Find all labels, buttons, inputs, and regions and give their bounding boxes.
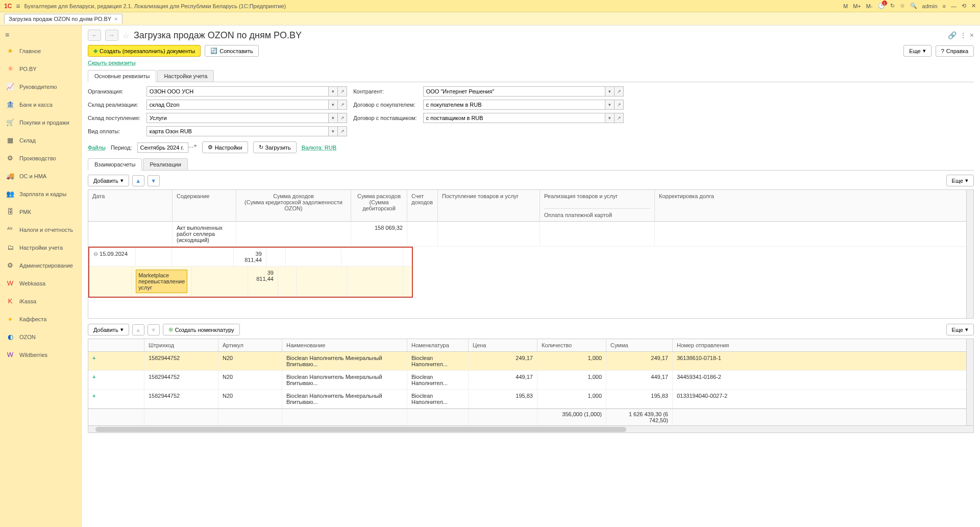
tab-sales[interactable]: Реализации [143,158,187,170]
cell-shipment: 34459341-0186-2 [673,371,973,389]
dropdown-icon[interactable]: ▾ [329,126,338,136]
open-icon[interactable]: ↗ [338,113,347,123]
nav-back-button[interactable]: ← [88,30,101,41]
dropdown-icon[interactable]: ▾ [329,100,338,110]
history-icon[interactable]: ↻ [890,3,895,9]
bell-icon[interactable]: 🕒1 [878,3,885,9]
create-documents-button[interactable]: Создать (перезаполнить) документы [88,45,201,57]
cell-expand[interactable]: + [88,371,144,389]
tab-accounting-settings[interactable]: Настройки учета [157,70,214,82]
open-icon[interactable]: ↗ [338,126,347,136]
sidebar-item-2[interactable]: 📈Руководителю [0,78,81,95]
period-stepper-icon[interactable]: ÷ [194,142,197,153]
sidebar-item-14[interactable]: KiKassa [0,292,81,310]
settlements-row[interactable]: ⊖ 15.09.2024 39 811,44 [89,248,412,267]
settings-bars-icon[interactable]: ≡ [943,3,946,9]
menu-icon[interactable]: ≡ [16,2,20,10]
move-down-button-2[interactable]: ▼ [148,324,160,336]
files-link[interactable]: Файлы [88,145,106,151]
tab-main-requisites[interactable]: Основные реквизиты [88,70,156,82]
sidebar-item-6[interactable]: ⚙Производство [0,149,81,167]
dropdown-icon[interactable]: ▾ [605,113,615,123]
currency-link[interactable]: Валюта: RUB [302,145,336,151]
document-tab[interactable]: Загрузка продаж OZON по дням PO.BY × [4,14,122,23]
user-name[interactable]: admin [922,3,938,9]
sidebar-toggle[interactable]: ≡ [0,28,81,42]
item-row[interactable]: + 1582944752 N20 Bioclean Наполнитель Ми… [88,352,973,371]
sidebar-item-4[interactable]: 🛒Покупки и продажи [0,113,81,131]
move-down-button[interactable]: ▼ [148,175,160,186]
open-icon[interactable]: ↗ [338,86,347,97]
settlements-row[interactable]: Marketplace перевыставление услуг 39 811… [89,267,412,297]
item-row[interactable]: + 1582944752 N20 Bioclean Наполнитель Ми… [88,371,973,390]
tab-close-icon[interactable]: × [114,16,117,22]
counterparty-field[interactable] [423,86,605,97]
move-up-button-2[interactable]: ▲ [132,324,144,336]
load-button[interactable]: ↻ Загрузить [253,141,297,153]
dropdown-icon[interactable]: ▾ [329,86,338,97]
calc-mplus[interactable]: M+ [853,3,861,9]
sidebar-item-7[interactable]: 🚚ОС и НМА [0,167,81,185]
grid2-more-button[interactable]: Еще ▾ [946,324,974,336]
sidebar-item-3[interactable]: 🏦Банк и касса [0,95,81,113]
hide-requisites-link[interactable]: Скрыть реквизиты [88,60,136,66]
grid2-scrollbar[interactable] [966,339,973,425]
help-button[interactable]: ? Справка [936,45,974,57]
sidebar-item-8[interactable]: 👥Зарплата и кадры [0,185,81,203]
sidebar-item-12[interactable]: ⚙Администрирование [0,256,81,274]
nav-forward-button[interactable]: → [105,30,118,41]
settlements-row[interactable]: Акт выполненных работ селлера (исходящий… [88,222,973,247]
open-icon[interactable]: ↗ [615,86,624,97]
payment-field[interactable] [146,126,329,136]
create-nomenclature-button[interactable]: ⊕ Создать номенклатуру [163,324,240,336]
period-picker-icon[interactable]: … [188,142,194,153]
dropdown-icon[interactable]: ▾ [605,86,615,97]
more-button[interactable]: Еще ▾ [903,45,931,57]
sidebar-item-5[interactable]: ▦Склад [0,131,81,149]
calc-m[interactable]: M [843,3,848,9]
sidebar-item-10[interactable]: ᴬᵏНалоги и отчетность [0,221,81,238]
kebab-icon[interactable]: ⋮ [960,31,967,39]
move-up-button[interactable]: ▲ [132,175,144,186]
grid1-more-button[interactable]: Еще ▾ [946,175,974,186]
search-icon[interactable]: 🔍 [910,3,917,9]
cell-expand[interactable]: + [88,352,144,370]
add-item-button[interactable]: Добавить ▾ [88,324,129,336]
calc-mminus[interactable]: M- [866,3,873,9]
open-icon[interactable]: ↗ [615,100,624,110]
grid2-hscrollbar[interactable] [88,426,974,433]
sidebar-item-15[interactable]: ●Каффеста [0,310,81,328]
dropdown-icon[interactable]: ▾ [329,113,338,123]
supplier-contract-field[interactable] [423,113,605,123]
link-icon[interactable]: 🔗 [948,31,957,39]
open-icon[interactable]: ↗ [615,113,624,123]
compare-button[interactable]: 🔄 Сопоставить [205,45,258,57]
item-row[interactable]: + 1582944752 N20 Bioclean Наполнитель Ми… [88,390,973,409]
sidebar-item-17[interactable]: WWildberries [0,346,81,364]
sidebar-item-13[interactable]: WWebkassa [0,274,81,292]
star-icon[interactable]: ☆ [122,31,130,40]
sidebar-item-1[interactable]: ✳PO.BY [0,60,81,78]
close-app-icon[interactable]: ✕ [971,3,976,9]
close-page-icon[interactable]: × [970,31,974,39]
tab-settlements[interactable]: Взаиморасчеты [88,158,142,171]
sidebar-item-0[interactable]: ★Главное [0,42,81,60]
period-field[interactable] [137,142,188,153]
fav-icon[interactable]: ☆ [900,3,905,9]
cell-expand[interactable]: + [88,390,144,408]
org-field[interactable] [146,86,329,97]
open-icon[interactable]: ↗ [338,100,347,110]
minimize-icon[interactable]: — [951,3,957,9]
add-row-button[interactable]: Добавить ▾ [88,175,129,186]
wh-real-field[interactable] [146,100,329,110]
buyer-contract-field[interactable] [423,100,605,110]
sidebar-item-11[interactable]: 🗂Настройки учета [0,238,81,256]
dropdown-icon[interactable]: ▾ [605,100,615,110]
wh-in-field[interactable] [146,113,329,123]
sidebar-item-9[interactable]: 🗄РМК [0,203,81,221]
settings-button[interactable]: ⚙ Настройки [202,141,248,153]
sidebar-item-16[interactable]: ◐OZON [0,328,81,346]
maximize-icon[interactable]: ⟲ [962,3,966,9]
sidebar-item-label: Webkassa [19,280,45,286]
grid1-scrollbar[interactable] [966,190,973,318]
